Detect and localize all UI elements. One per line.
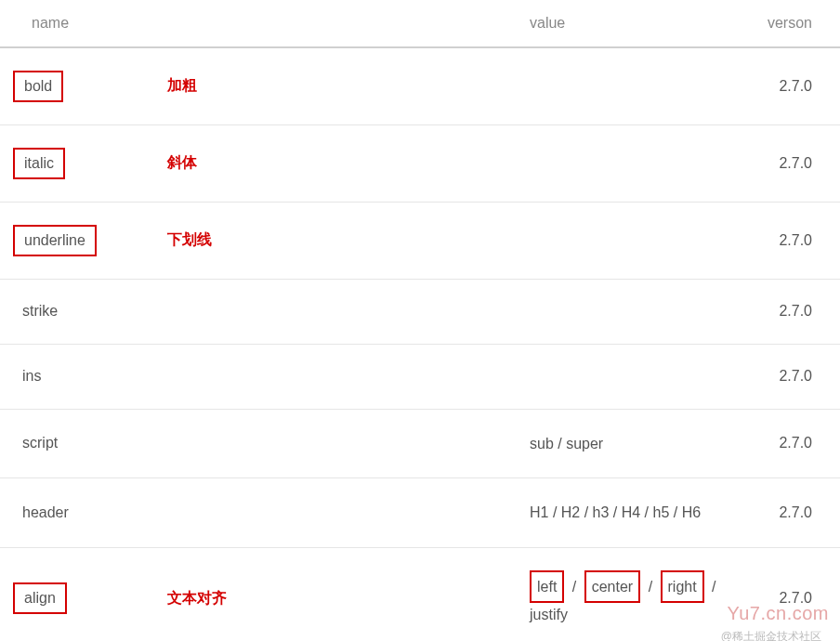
value-text: sub / super xyxy=(530,436,603,451)
cell-value: sub / super xyxy=(530,432,734,456)
cell-version: 2.7.0 xyxy=(734,435,840,451)
header-name: name xyxy=(0,15,149,32)
value-text: H1 / H2 / h3 / H4 / h5 / H6 xyxy=(530,504,701,520)
annotation-label: 下划线 xyxy=(149,230,212,250)
cell-version: 2.7.0 xyxy=(734,155,840,172)
annotation-label: 加粗 xyxy=(149,76,197,96)
table-row: headerH1 / H2 / h3 / H4 / h5 / H6 2.7.0 xyxy=(0,478,840,548)
cell-name: ins xyxy=(0,368,149,385)
highlight-box: left xyxy=(530,570,564,604)
cell-value: H1 / H2 / h3 / H4 / h5 / H6 xyxy=(530,501,734,525)
value-separator: / xyxy=(708,579,719,595)
cell-version: 2.7.0 xyxy=(734,504,840,521)
cell-name: italic xyxy=(0,148,149,179)
cell-annotation: 加粗 xyxy=(149,76,530,96)
table-row: underline下划线2.7.0 xyxy=(0,203,840,280)
highlight-box: center xyxy=(584,570,640,604)
table-row: align文本对齐left / center / right / justify… xyxy=(0,548,840,641)
cell-annotation: 斜体 xyxy=(149,153,530,173)
cell-name: header xyxy=(0,504,149,521)
table-header-row: name value verson xyxy=(0,0,840,48)
cell-version: 2.7.0 xyxy=(734,232,840,249)
attributes-table: name value verson bold加粗2.7.0italic斜体2.7… xyxy=(0,0,840,641)
table-row: strike2.7.0 xyxy=(0,280,840,345)
cell-name: align xyxy=(0,582,149,614)
cell-annotation: 下划线 xyxy=(149,230,530,250)
cell-name: bold xyxy=(0,71,149,102)
header-value: value xyxy=(530,11,734,35)
cell-value: left / center / right / justify xyxy=(530,570,734,627)
table-row: ins2.7.0 xyxy=(0,345,840,410)
cell-version: 2.7.0 xyxy=(734,303,840,320)
highlight-box: underline xyxy=(13,225,97,256)
highlight-box: italic xyxy=(13,148,65,179)
value-text: justify xyxy=(530,607,568,622)
cell-name: underline xyxy=(0,225,149,256)
table-body: bold加粗2.7.0italic斜体2.7.0underline下划线2.7.… xyxy=(0,48,840,641)
value-separator: / xyxy=(645,579,656,595)
cell-version: 2.7.0 xyxy=(734,368,840,385)
value-separator: / xyxy=(569,579,580,595)
highlight-box: right xyxy=(661,570,704,604)
cell-version: 2.7.0 xyxy=(734,590,840,607)
annotation-label: 文本对齐 xyxy=(149,589,227,608)
header-version: verson xyxy=(734,15,840,32)
cell-name: script xyxy=(0,435,149,451)
cell-annotation: 文本对齐 xyxy=(149,589,530,608)
table-row: italic斜体2.7.0 xyxy=(0,125,840,203)
table-row: scriptsub / super 2.7.0 xyxy=(0,410,840,479)
cell-name: strike xyxy=(0,303,149,320)
highlight-box: bold xyxy=(13,71,63,102)
highlight-box: align xyxy=(13,582,67,614)
cell-version: 2.7.0 xyxy=(734,78,840,95)
table-row: bold加粗2.7.0 xyxy=(0,48,840,125)
annotation-label: 斜体 xyxy=(149,153,197,173)
